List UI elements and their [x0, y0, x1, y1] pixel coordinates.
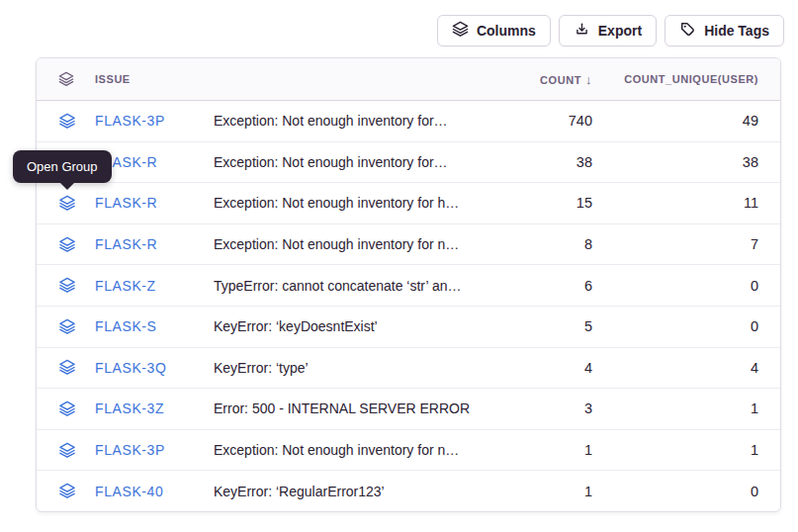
issue-summary: Exception: Not enough inventory for…	[214, 113, 493, 129]
export-button-label: Export	[598, 23, 642, 39]
open-group-icon[interactable]	[58, 318, 95, 335]
issue-link[interactable]: FLASK-R	[95, 154, 214, 170]
table-row[interactable]: FLASK-3Q KeyError: ‘type’ 4 4	[37, 348, 780, 390]
open-group-tooltip: Open Group	[13, 150, 112, 183]
table-row[interactable]: FLASK-40 KeyError: ‘RegularError123’ 1 0	[37, 471, 780, 511]
table-row[interactable]: FLASK-S KeyError: ‘keyDoesntExist’ 5 0	[37, 307, 780, 348]
open-group-icon[interactable]	[58, 277, 95, 294]
open-group-icon[interactable]	[58, 400, 95, 417]
count-value: 38	[493, 154, 592, 170]
count-unique-value: 38	[592, 154, 758, 170]
issue-link[interactable]: FLASK-3Z	[95, 400, 214, 416]
open-group-icon[interactable]	[58, 483, 95, 499]
count-unique-value: 0	[592, 318, 758, 334]
count-value: 3	[493, 400, 592, 416]
columns-button-label: Columns	[477, 23, 536, 39]
issue-link[interactable]: FLASK-3P	[95, 442, 214, 458]
issue-summary: Exception: Not enough inventory for n…	[214, 442, 493, 458]
count-unique-value: 1	[592, 400, 758, 416]
table-row[interactable]: FLASK-R Exception: Not enough inventory …	[37, 142, 780, 184]
hide-tags-button-label: Hide Tags	[704, 23, 769, 39]
table-row[interactable]: FLASK-Z TypeError: cannot concatenate ‘s…	[37, 265, 780, 307]
issue-link[interactable]: FLASK-S	[95, 318, 214, 334]
open-group-icon[interactable]	[58, 442, 95, 459]
hide-tags-button[interactable]: Hide Tags	[665, 15, 784, 46]
issue-summary: Exception: Not enough inventory for n…	[214, 236, 493, 252]
count-unique-value: 4	[592, 360, 758, 376]
table-row[interactable]: FLASK-3P Exception: Not enough inventory…	[37, 101, 780, 142]
open-group-icon[interactable]	[58, 236, 95, 253]
open-group-tooltip-label: Open Group	[27, 159, 98, 174]
issue-summary: Error: 500 - INTERNAL SERVER ERROR	[214, 400, 493, 416]
count-value: 4	[493, 360, 592, 376]
count-value: 8	[493, 236, 592, 252]
issue-summary: Exception: Not enough inventory for…	[214, 154, 493, 170]
issue-summary: TypeError: cannot concatenate ‘str’ an…	[214, 278, 493, 294]
count-unique-value: 0	[592, 278, 758, 294]
toolbar: Columns Export Hide Tags	[437, 15, 784, 46]
issue-link[interactable]: FLASK-3P	[95, 113, 214, 129]
open-group-icon[interactable]	[58, 113, 95, 130]
tag-icon	[679, 21, 696, 41]
open-group-icon[interactable]	[58, 359, 95, 376]
count-value: 5	[493, 318, 592, 334]
table-row[interactable]: FLASK-R Exception: Not enough inventory …	[37, 224, 780, 266]
table-row[interactable]: FLASK-3P Exception: Not enough inventory…	[37, 430, 780, 472]
issue-summary: Exception: Not enough inventory for h…	[214, 195, 493, 211]
issue-link[interactable]: FLASK-R	[95, 195, 214, 211]
columns-button[interactable]: Columns	[437, 15, 551, 46]
table-body: FLASK-3P Exception: Not enough inventory…	[37, 101, 780, 511]
export-button[interactable]: Export	[559, 15, 657, 46]
issue-summary: KeyError: ‘RegularError123’	[214, 484, 493, 499]
count-unique-value: 49	[592, 113, 758, 129]
column-header-count[interactable]: COUNT↓	[493, 72, 592, 87]
column-header-count-unique[interactable]: COUNT_UNIQUE(USER)	[592, 73, 758, 85]
count-value: 1	[493, 442, 592, 458]
issue-summary: KeyError: ‘keyDoesntExist’	[214, 318, 493, 334]
count-value: 15	[493, 195, 592, 211]
issue-link[interactable]: FLASK-Z	[95, 278, 214, 294]
issue-column-layers-icon	[58, 71, 95, 87]
table-header-row: ISSUE COUNT↓ COUNT_UNIQUE(USER)	[37, 58, 780, 101]
count-value: 6	[493, 278, 592, 294]
issue-link[interactable]: FLASK-R	[95, 236, 214, 252]
table-row[interactable]: FLASK-R Exception: Not enough inventory …	[37, 183, 780, 224]
issues-table: ISSUE COUNT↓ COUNT_UNIQUE(USER) FLASK-3P…	[36, 57, 781, 512]
column-header-issue[interactable]: ISSUE	[95, 73, 214, 85]
download-icon	[574, 21, 590, 41]
count-unique-value: 1	[592, 442, 758, 458]
count-unique-value: 7	[592, 236, 758, 252]
layers-icon	[452, 21, 469, 41]
issue-link[interactable]: FLASK-40	[95, 484, 214, 499]
issue-summary: KeyError: ‘type’	[214, 360, 493, 376]
issue-link[interactable]: FLASK-3Q	[95, 360, 214, 376]
table-row[interactable]: FLASK-3Z Error: 500 - INTERNAL SERVER ER…	[37, 389, 780, 430]
count-value: 1	[493, 484, 592, 499]
open-group-icon[interactable]	[58, 195, 95, 212]
sort-desc-icon: ↓	[581, 72, 592, 87]
count-value: 740	[493, 113, 592, 129]
count-unique-value: 11	[592, 195, 758, 211]
count-unique-value: 0	[592, 484, 758, 499]
